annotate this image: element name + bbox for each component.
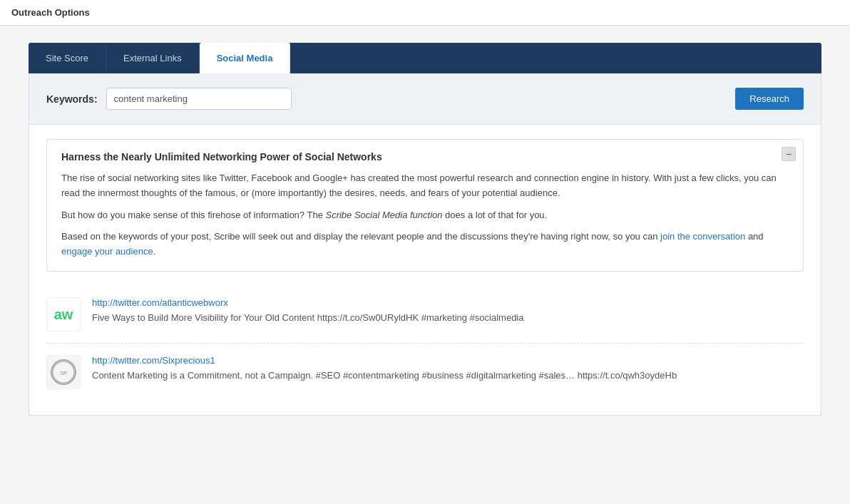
info-box: − Harness the Nearly Unlimited Networkin… [46, 139, 804, 272]
page-title: Outreach Options [11, 7, 90, 18]
info-box-italic: Scribe Social Media function [325, 210, 442, 220]
keywords-label: Keywords: [46, 93, 98, 105]
svg-text:SP: SP [60, 371, 67, 376]
avatar-2: SP [46, 355, 81, 389]
top-bar: Outreach Options [0, 0, 850, 26]
keywords-section: Keywords: Research [29, 73, 821, 125]
avatar-1: aw [46, 297, 81, 331]
main-content: Site Score External Links Social Media K… [0, 26, 850, 433]
twitter-text-2: Content Marketing is a Commitment, not a… [92, 369, 804, 383]
twitter-content-2: http://twitter.com/Sixprecious1 Content … [92, 355, 804, 383]
avatar-1-text: aw [54, 307, 73, 322]
info-box-para-2: But how do you make sense of this fireho… [61, 208, 789, 223]
tab-bar: Site Score External Links Social Media [29, 43, 821, 73]
twitter-content-1: http://twitter.com/atlanticwebworx Five … [92, 297, 804, 325]
twitter-text-1: Five Ways to Build More Visibility for Y… [92, 311, 804, 325]
tab-social-media[interactable]: Social Media [200, 43, 291, 73]
info-box-para3-mid: and [745, 231, 763, 242]
avatar-2-circle: SP [51, 359, 76, 385]
info-box-para-1: The rise of social networking sites like… [61, 171, 789, 201]
info-box-title: Harness the Nearly Unlimited Networking … [61, 151, 789, 163]
engage-audience-link[interactable]: engage your audience [61, 246, 153, 257]
info-box-para3-post: . [153, 246, 156, 257]
results-area: − Harness the Nearly Unlimited Networkin… [29, 125, 821, 415]
tab-site-score[interactable]: Site Score [29, 43, 106, 73]
twitter-url-2[interactable]: http://twitter.com/Sixprecious1 [92, 355, 804, 366]
collapse-button[interactable]: − [782, 147, 796, 161]
tab-external-links[interactable]: External Links [106, 43, 200, 73]
join-conversation-link[interactable]: join the conversation [660, 231, 745, 242]
info-box-para-3: Based on the keywords of your post, Scri… [61, 230, 789, 259]
info-box-para3-pre: Based on the keywords of your post, Scri… [61, 231, 660, 242]
content-panel: Keywords: Research − Harness the Nearly … [29, 73, 821, 416]
research-button[interactable]: Research [735, 88, 804, 110]
twitter-url-1[interactable]: http://twitter.com/atlanticwebworx [92, 297, 804, 308]
twitter-result-2: SP http://twitter.com/Sixprecious1 Conte… [46, 344, 804, 401]
keywords-input[interactable] [106, 88, 292, 110]
twitter-result-1: aw http://twitter.com/atlanticwebworx Fi… [46, 286, 804, 344]
